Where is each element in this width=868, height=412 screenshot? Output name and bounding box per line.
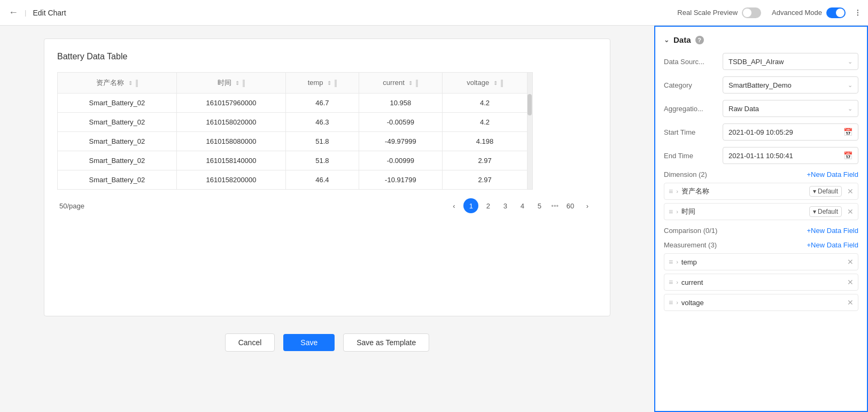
advanced-mode-toggle[interactable] xyxy=(826,7,846,18)
cell-1-1: 1610158020000 xyxy=(176,113,285,132)
cell-1-2: 46.3 xyxy=(286,113,359,132)
comparison-section: Comparison (0/1) +New Data Field xyxy=(664,227,858,235)
cell-1-3: -0.00599 xyxy=(359,113,442,132)
col-resize-asset[interactable] xyxy=(136,80,138,87)
page-btn-2[interactable]: 2 xyxy=(480,198,495,213)
start-time-input[interactable]: 2021-01-09 10:05:29 📅 xyxy=(723,123,858,141)
save-button[interactable]: Save xyxy=(283,334,335,351)
drag-handle-dim-1[interactable]: ≡ xyxy=(669,207,673,216)
col-header-current: current ⇕ xyxy=(359,73,442,94)
aggregation-row: Aggregatio... Raw Data ⌄ xyxy=(664,100,858,117)
col-resize-time[interactable] xyxy=(243,80,245,87)
field-remove-meas-1[interactable]: ✕ xyxy=(847,278,854,286)
data-source-value: TSDB_API_AIraw xyxy=(728,58,784,66)
measurement-field-1: ≡ › current ✕ xyxy=(664,274,858,291)
field-chevron-dim-0[interactable]: › xyxy=(676,188,678,195)
col-resize-voltage[interactable] xyxy=(501,80,503,87)
field-remove-dim-1[interactable]: ✕ xyxy=(847,207,854,216)
category-label: Category xyxy=(664,81,723,89)
dimension-add-btn[interactable]: +New Data Field xyxy=(807,170,858,178)
dimension-header: Dimension (2) +New Data Field xyxy=(664,170,858,178)
table-scrollbar[interactable] xyxy=(528,72,533,190)
comparison-label: Comparison (0/1) xyxy=(664,227,717,235)
cell-3-1: 1610158140000 xyxy=(176,151,285,170)
col-resize-current[interactable] xyxy=(416,80,418,87)
page-btn-5[interactable]: 5 xyxy=(532,198,547,213)
col-header-asset: 资产名称 ⇕ xyxy=(58,73,177,94)
field-chevron-dim-1[interactable]: › xyxy=(676,208,678,215)
grid-icon[interactable]: ⁝ xyxy=(856,7,859,19)
dimension-field-0: ≡ › 资产名称 ▾ Default ✕ xyxy=(664,183,858,200)
cell-4-3: -10.91799 xyxy=(359,170,442,190)
cell-2-2: 51.8 xyxy=(286,132,359,151)
advanced-mode-label: Advanced Mode xyxy=(772,9,822,17)
measurement-add-btn[interactable]: +New Data Field xyxy=(807,241,858,249)
cancel-button[interactable]: Cancel xyxy=(225,333,275,352)
col-resize-temp[interactable] xyxy=(335,80,337,87)
measurement-field-2: ≡ › voltage ✕ xyxy=(664,294,858,311)
sort-icon-voltage: ⇕ xyxy=(493,80,498,86)
page-btn-3[interactable]: 3 xyxy=(498,198,513,213)
field-chevron-meas-0[interactable]: › xyxy=(676,259,678,265)
dimension-section: Dimension (2) +New Data Field ≡ › 资产名称 ▾… xyxy=(664,170,858,220)
drag-handle-dim-0[interactable]: ≡ xyxy=(669,187,673,196)
content-area: Battery Data Table 资产名称 ⇕ 时间 ⇕ temp ⇕ cu… xyxy=(0,26,654,412)
cell-0-1: 1610157960000 xyxy=(176,94,285,113)
category-select[interactable]: SmartBattery_Demo ⌄ xyxy=(723,76,858,94)
sort-icon-temp: ⇕ xyxy=(327,80,331,86)
section-chevron[interactable]: ⌄ xyxy=(664,36,669,44)
category-row: Category SmartBattery_Demo ⌄ xyxy=(664,76,858,94)
field-name-meas-0: temp xyxy=(681,258,842,266)
topbar-right: Real Scale Preview Advanced Mode ⁝ xyxy=(677,7,859,19)
cell-4-1: 1610158200000 xyxy=(176,170,285,190)
comparison-add-btn[interactable]: +New Data Field xyxy=(807,227,858,235)
col-header-time: 时间 ⇕ xyxy=(176,73,285,94)
page-prev-btn[interactable]: ‹ xyxy=(446,198,461,213)
drag-handle-meas-0[interactable]: ≡ xyxy=(669,258,673,266)
aggregation-value: Raw Data xyxy=(728,105,759,113)
start-time-row: Start Time 2021-01-09 10:05:29 📅 xyxy=(664,123,858,141)
page-btn-60[interactable]: 60 xyxy=(563,198,578,213)
field-dropdown-value-dim-0: ▾ Default xyxy=(813,188,838,195)
table-head: 资产名称 ⇕ 时间 ⇕ temp ⇕ current ⇕ voltage ⇕ xyxy=(58,73,528,94)
aggregation-select[interactable]: Raw Data ⌄ xyxy=(723,100,858,117)
dimension-label: Dimension (2) xyxy=(664,170,707,178)
data-source-label: Data Sourc... xyxy=(664,58,723,66)
field-name-dim-0: 资产名称 xyxy=(681,186,806,196)
drag-handle-meas-1[interactable]: ≡ xyxy=(669,278,673,286)
panel-section-title: ⌄ Data ? xyxy=(664,35,858,44)
cell-0-3: 10.958 xyxy=(359,94,442,113)
field-name-meas-2: voltage xyxy=(681,299,842,307)
cell-3-0: Smart_Battery_02 xyxy=(58,151,177,170)
comparison-header: Comparison (0/1) +New Data Field xyxy=(664,227,858,235)
page-btn-1[interactable]: 1 xyxy=(463,198,478,213)
measurement-header: Measurement (3) +New Data Field xyxy=(664,241,858,249)
right-panel: ⌄ Data ? Data Sourc... TSDB_API_AIraw ⌄ … xyxy=(654,26,868,412)
cell-1-0: Smart_Battery_02 xyxy=(58,113,177,132)
cell-2-0: Smart_Battery_02 xyxy=(58,132,177,151)
real-scale-toggle[interactable] xyxy=(742,7,761,18)
cell-4-2: 46.4 xyxy=(286,170,359,190)
cell-1-4: 4.2 xyxy=(443,113,528,132)
real-scale-toggle-knob xyxy=(743,9,751,17)
field-remove-meas-2[interactable]: ✕ xyxy=(847,298,854,307)
help-icon[interactable]: ? xyxy=(695,36,704,44)
page-btn-4[interactable]: 4 xyxy=(515,198,530,213)
field-remove-dim-0[interactable]: ✕ xyxy=(847,187,854,196)
back-button[interactable]: ← xyxy=(9,7,18,18)
measurement-field-0: ≡ › temp ✕ xyxy=(664,253,858,270)
save-template-button[interactable]: Save as Template xyxy=(343,333,429,352)
end-time-value: 2021-01-11 10:50:41 xyxy=(728,152,793,160)
drag-handle-meas-2[interactable]: ≡ xyxy=(669,298,673,307)
field-chevron-meas-1[interactable]: › xyxy=(676,279,678,285)
page-next-btn[interactable]: › xyxy=(580,198,595,213)
table-row: Smart_Battery_02161015796000046.710.9584… xyxy=(58,94,528,113)
field-remove-meas-0[interactable]: ✕ xyxy=(847,258,854,266)
field-dropdown-dim-0[interactable]: ▾ Default xyxy=(809,186,842,197)
data-source-row: Data Sourc... TSDB_API_AIraw ⌄ xyxy=(664,53,858,70)
field-chevron-meas-2[interactable]: › xyxy=(676,299,678,306)
data-source-select[interactable]: TSDB_API_AIraw ⌄ xyxy=(723,53,858,70)
scrollbar-thumb[interactable] xyxy=(528,94,532,115)
end-time-input[interactable]: 2021-01-11 10:50:41 📅 xyxy=(723,147,858,164)
field-dropdown-dim-1[interactable]: ▾ Default xyxy=(809,206,842,217)
